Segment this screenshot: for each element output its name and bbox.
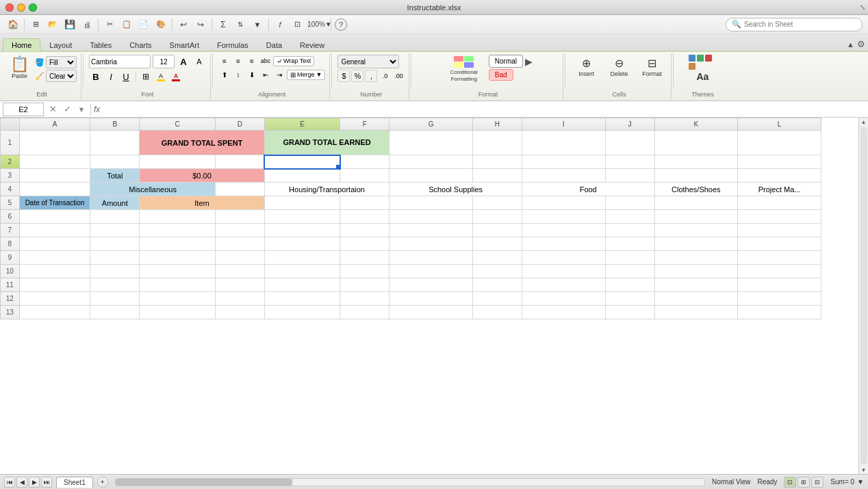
format-button[interactable]: ⊟ Format — [637, 55, 667, 79]
cell-l3[interactable] — [738, 169, 821, 183]
function-icon[interactable]: f — [272, 17, 288, 32]
cell-l4[interactable]: Project Ma... — [738, 183, 821, 196]
col-header-j[interactable]: J — [605, 118, 654, 131]
font-color-button[interactable]: A — [169, 70, 183, 83]
paste-button[interactable]: 📋 Paste — [7, 55, 32, 81]
cell-g1[interactable] — [390, 131, 473, 155]
cell-k4[interactable]: Clothes/Shoes — [654, 183, 738, 196]
cell-reference-input[interactable] — [3, 103, 44, 116]
cell-j2[interactable] — [605, 155, 654, 169]
redo-icon[interactable]: ↪ — [193, 17, 208, 32]
sheet-next-button[interactable]: ▶ — [29, 477, 40, 488]
cell-g2[interactable] — [390, 155, 473, 169]
cell-c3[interactable]: $0.00 — [140, 169, 265, 183]
undo-icon[interactable]: ↩ — [176, 17, 191, 32]
cell-g3[interactable] — [390, 169, 473, 183]
sheet-first-button[interactable]: ⏮ — [4, 477, 15, 488]
cell-i4[interactable]: Food — [522, 183, 654, 196]
vertical-align-top-button[interactable]: ⬆ — [218, 68, 231, 81]
style-bad-box[interactable]: Bad — [489, 69, 513, 81]
open-icon[interactable]: 📂 — [45, 17, 60, 32]
col-header-l[interactable]: L — [738, 118, 821, 131]
cell-c2[interactable] — [140, 155, 216, 169]
cell-j1[interactable] — [605, 131, 654, 155]
cell-e4[interactable]: Housing/Transportaion — [264, 183, 390, 196]
cell-j5[interactable] — [605, 196, 654, 210]
cell-l1[interactable] — [738, 131, 821, 155]
style-arrow-button[interactable]: ▶ — [525, 56, 533, 67]
cell-k5[interactable] — [654, 196, 738, 210]
scroll-up-button[interactable]: ▲ — [860, 118, 868, 126]
tab-home[interactable]: Home — [3, 38, 40, 51]
cell-a4[interactable] — [19, 183, 90, 196]
minimize-button[interactable] — [17, 3, 25, 12]
gallery-icon[interactable]: ⊡ — [290, 17, 305, 32]
vertical-scrollbar[interactable]: ▲ ▼ — [858, 118, 868, 474]
align-center-button[interactable]: ≡ — [232, 55, 244, 67]
expand-formula-button[interactable]: ▼ — [75, 103, 88, 116]
col-header-k[interactable]: K — [654, 118, 738, 131]
copy-icon[interactable]: 📋 — [119, 17, 134, 32]
increase-decimal-button[interactable]: .00 — [392, 70, 405, 82]
italic-button[interactable]: I — [104, 70, 118, 83]
cell-a6[interactable] — [19, 210, 90, 224]
font-size-decrease-button[interactable]: A — [192, 55, 206, 68]
wrap-text-button[interactable]: ⤶ Wrap Text — [273, 56, 314, 66]
fill-color-button[interactable]: A — [154, 70, 168, 83]
cell-f2[interactable] — [340, 155, 390, 169]
normal-view-button[interactable]: ⊡ — [784, 477, 796, 488]
tab-smartart[interactable]: SmartArt — [161, 38, 208, 51]
cell-h3[interactable] — [473, 169, 522, 183]
currency-button[interactable]: $ — [337, 70, 350, 82]
number-format-select[interactable]: General Number Currency Date Percentage — [337, 55, 399, 68]
ribbon-collapse-icon[interactable]: ▲ — [847, 40, 854, 49]
cell-b5[interactable]: Amount — [90, 196, 140, 210]
col-header-e[interactable]: E — [264, 118, 340, 131]
tab-charts[interactable]: Charts — [120, 38, 160, 51]
sheet-prev-button[interactable]: ◀ — [16, 477, 27, 488]
search-sheet-bar[interactable]: 🔍 — [726, 18, 863, 31]
clear-select[interactable]: Clear — [46, 70, 77, 82]
vertical-align-middle-button[interactable]: ↕ — [232, 68, 244, 81]
scroll-thumb-v[interactable] — [860, 127, 867, 464]
percent-button[interactable]: % — [351, 70, 363, 82]
ribbon-settings-icon[interactable]: ⚙ — [857, 39, 865, 49]
cell-a5[interactable]: Date of Transaction — [19, 196, 90, 210]
merge-button[interactable]: ⊞ Merge ▼ — [287, 70, 325, 80]
cell-e5[interactable] — [264, 196, 340, 210]
indent-right-button[interactable]: ⇥ — [273, 68, 285, 81]
indent-left-button[interactable]: ⇤ — [259, 68, 272, 81]
border-button[interactable]: ⊞ — [139, 70, 153, 83]
cell-b2[interactable] — [90, 155, 140, 169]
conditional-formatting-button[interactable]: Conditional Formatting — [444, 55, 485, 83]
cell-j3[interactable] — [605, 169, 654, 183]
align-right-button[interactable]: ≡ — [246, 55, 258, 67]
cell-l5[interactable] — [738, 196, 821, 210]
sheet-tab-active[interactable]: Sheet1 — [56, 477, 93, 488]
cell-d2[interactable] — [215, 155, 264, 169]
cell-c1[interactable]: GRAND TOTAL SPENT — [140, 131, 265, 155]
formula-input[interactable] — [103, 103, 865, 116]
underline-button[interactable]: U — [119, 70, 133, 83]
close-button[interactable] — [5, 3, 14, 12]
page-break-button[interactable]: ⊟ — [811, 477, 824, 488]
cell-f5[interactable] — [340, 196, 390, 210]
decrease-decimal-button[interactable]: .0 — [379, 70, 391, 82]
font-size-input[interactable] — [153, 55, 175, 68]
help-icon[interactable]: ? — [335, 18, 347, 31]
add-sheet-button[interactable]: + — [97, 477, 108, 488]
bold-button[interactable]: B — [89, 70, 103, 83]
cell-a3[interactable] — [19, 169, 90, 183]
cell-g4[interactable]: School Supplies — [390, 183, 522, 196]
cell-k3[interactable] — [654, 169, 738, 183]
cell-e2[interactable] — [264, 155, 340, 169]
sum-dropdown-icon[interactable]: ▼ — [857, 478, 864, 486]
insert-button[interactable]: ⊕ Insert — [571, 55, 601, 79]
save-icon[interactable]: 💾 — [62, 17, 77, 32]
cell-f3[interactable] — [340, 169, 390, 183]
paste-icon-qt[interactable]: 📄 — [136, 17, 151, 32]
filter-icon[interactable]: ▼ — [250, 17, 265, 32]
cell-k2[interactable] — [654, 155, 738, 169]
cell-i2[interactable] — [522, 155, 605, 169]
cell-h1[interactable] — [473, 131, 522, 155]
